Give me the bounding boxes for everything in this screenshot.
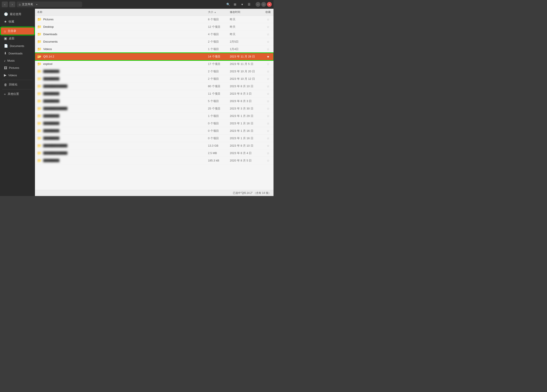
- favorite-star[interactable]: ☆: [265, 137, 271, 140]
- file-name: ████████: [43, 129, 208, 132]
- favorite-star[interactable]: ☆: [265, 48, 271, 51]
- file-row[interactable]: 📁Videos1 个项目1月4日☆: [35, 45, 274, 53]
- file-row[interactable]: 📁Pictures8 个项目昨天☆: [35, 16, 274, 23]
- favorite-star[interactable]: ☆: [265, 18, 271, 21]
- column-size: 大小 ▲: [208, 10, 230, 14]
- folder-icon: 📂: [37, 55, 41, 59]
- sidebar-item-desktop[interactable]: ▣ 桌面: [1, 35, 34, 42]
- home-folder-icon: ⌂: [4, 29, 6, 33]
- file-row[interactable]: 📁████████2 个项目2023 年 10 月 12 日☆: [35, 75, 274, 83]
- favorite-star[interactable]: ☆: [265, 144, 271, 147]
- file-row[interactable]: 📁Documents2 个项目2月5日☆: [35, 38, 274, 45]
- file-size: 1 个项目: [208, 114, 230, 118]
- downloads-icon: ⬇: [4, 51, 7, 55]
- folder-icon: 📁: [37, 77, 41, 81]
- file-date: 2023 年 10 月 12 日: [230, 77, 265, 81]
- favorite-star[interactable]: ☆: [265, 151, 271, 155]
- file-size: 4 个项目: [208, 32, 230, 36]
- file-name: Downloads: [43, 33, 208, 36]
- file-row[interactable]: 📁████████████25 个项目2023 年 3 月 30 日☆: [35, 105, 274, 112]
- file-date: 2020 年 8 月 5 日: [230, 159, 265, 163]
- favorite-star[interactable]: ☆: [265, 99, 271, 103]
- sidebar-item-music[interactable]: ♪ Music: [1, 57, 34, 64]
- sidebar-item-other[interactable]: + 其他位置: [1, 90, 34, 97]
- file-row[interactable]: 📁████████11 个项目2023 年 8 月 3 日☆: [35, 90, 274, 97]
- file-row[interactable]: 📁████████1 个项目2023 年 1 月 29 日☆: [35, 112, 274, 120]
- favorite-star[interactable]: ☆: [265, 85, 271, 88]
- file-row[interactable]: 📁████████0 个项目2023 年 1 月 16 日☆: [35, 135, 274, 142]
- sidebar-label-desktop: 桌面: [9, 36, 14, 41]
- file-date: 2023 年 8 月 10 日: [230, 144, 265, 148]
- path-bar[interactable]: ⌂ 主文件夹 ▾: [17, 1, 82, 7]
- music-icon: ♪: [4, 59, 6, 62]
- favorite-star[interactable]: ☆: [265, 122, 271, 125]
- view-toggle-button[interactable]: ▾: [239, 1, 245, 7]
- file-row[interactable]: 📁████████0 个项目2023 年 1 月 16 日☆: [35, 120, 274, 127]
- sidebar-item-documents[interactable]: 📄 Documents: [1, 42, 34, 49]
- favorite-star[interactable]: ☆: [265, 25, 271, 29]
- file-row[interactable]: 📁Desktop12 个项目昨天☆: [35, 23, 274, 31]
- file-size: 17 个项目: [208, 62, 230, 66]
- favorite-star[interactable]: ☆: [265, 62, 271, 66]
- favorite-star[interactable]: ☆: [265, 70, 271, 73]
- file-date: 昨天: [230, 25, 265, 29]
- desktop-icon: ▣: [4, 36, 7, 41]
- file-row[interactable]: 📁████████5 个项目2023 年 8 月 3 日☆: [35, 97, 274, 105]
- file-name: ████████: [43, 137, 208, 140]
- file-date: 2023 年 8 月 3 日: [230, 99, 265, 103]
- file-row[interactable]: 📁esptool17 个项目2023 年 11 月 5 日☆: [35, 60, 274, 68]
- close-button[interactable]: ✕: [267, 2, 272, 7]
- favorite-star[interactable]: ☆: [265, 33, 271, 36]
- file-size: 2 个项目: [208, 40, 230, 44]
- folder-icon: 📁: [37, 84, 41, 88]
- file-row[interactable]: 📁████████2 个项目2023 年 10 月 20 日☆: [35, 68, 274, 75]
- file-name: ████████: [43, 92, 208, 95]
- file-size: 8 个项目: [208, 17, 230, 21]
- file-name: Pictures: [43, 18, 208, 21]
- sidebar-item-videos[interactable]: ▶ Videos: [1, 72, 34, 79]
- back-button[interactable]: ‹: [2, 1, 8, 7]
- favorite-star[interactable]: ☆: [265, 129, 271, 133]
- file-row[interactable]: 📁████████████13.3 GB2023 年 8 月 10 日☆: [35, 142, 274, 150]
- path-label: 主文件夹: [22, 2, 33, 6]
- view-grid-button[interactable]: ⊞: [232, 1, 238, 7]
- file-row[interactable]: 📁Downloads4 个项目昨天☆: [35, 31, 274, 38]
- forward-button[interactable]: ›: [9, 1, 15, 7]
- sidebar-item-trash[interactable]: 🗑 回收站: [1, 81, 34, 88]
- favorite-star[interactable]: ☆: [265, 107, 271, 110]
- file-size: 80 个项目: [208, 84, 230, 88]
- minimize-button[interactable]: −: [256, 2, 260, 7]
- file-row[interactable]: 📁████████185.3 kB2020 年 8 月 5 日☆: [35, 157, 274, 164]
- sidebar-label-home: 主目录: [8, 29, 16, 33]
- file-row[interactable]: 📁████████████80 个项目2023 年 8 月 10 日☆: [35, 83, 274, 90]
- folder-icon: 📁: [37, 25, 41, 29]
- file-date: 2023 年 11 月 28 日: [230, 55, 265, 59]
- file-row[interactable]: 📂Qt5.14.214 个项目2023 年 11 月 28 日★: [35, 53, 274, 60]
- column-name: 名称: [37, 10, 208, 14]
- sidebar-item-bookmarks[interactable]: ★ 收藏: [1, 18, 34, 25]
- favorite-star[interactable]: ☆: [265, 92, 271, 96]
- favorite-star[interactable]: ☆: [265, 114, 271, 118]
- sidebar-item-recent[interactable]: 🕐 最近使用: [1, 11, 34, 18]
- file-row[interactable]: 📁████████████2.5 MB2023 年 8 月 4 日☆: [35, 150, 274, 157]
- file-row[interactable]: 📁████████0 个项目2023 年 1 月 16 日☆: [35, 127, 274, 135]
- file-name: esptool: [43, 62, 208, 66]
- favorite-star[interactable]: ★: [265, 55, 271, 58]
- favorite-star[interactable]: ☆: [265, 159, 271, 162]
- folder-icon: 📁: [37, 40, 41, 44]
- search-button[interactable]: 🔍: [225, 1, 231, 7]
- favorite-star[interactable]: ☆: [265, 77, 271, 81]
- folder-icon: 📁: [37, 144, 41, 148]
- menu-button[interactable]: ☰: [246, 1, 252, 7]
- folder-icon: 📁: [37, 129, 41, 133]
- sort-arrow-icon: ▲: [214, 11, 216, 13]
- folder-icon: 📁: [37, 158, 41, 163]
- sidebar-item-downloads[interactable]: ⬇ Downloads: [1, 50, 34, 57]
- file-size: 11 个项目: [208, 92, 230, 96]
- sidebar-label-other: 其他位置: [8, 92, 19, 96]
- favorite-star[interactable]: ☆: [265, 40, 271, 43]
- file-size: 185.3 kB: [208, 159, 230, 162]
- sidebar-item-pictures[interactable]: 🖼 Pictures: [1, 64, 34, 71]
- sidebar-item-home[interactable]: ⌂ 主目录: [1, 28, 34, 34]
- maximize-button[interactable]: □: [261, 2, 266, 7]
